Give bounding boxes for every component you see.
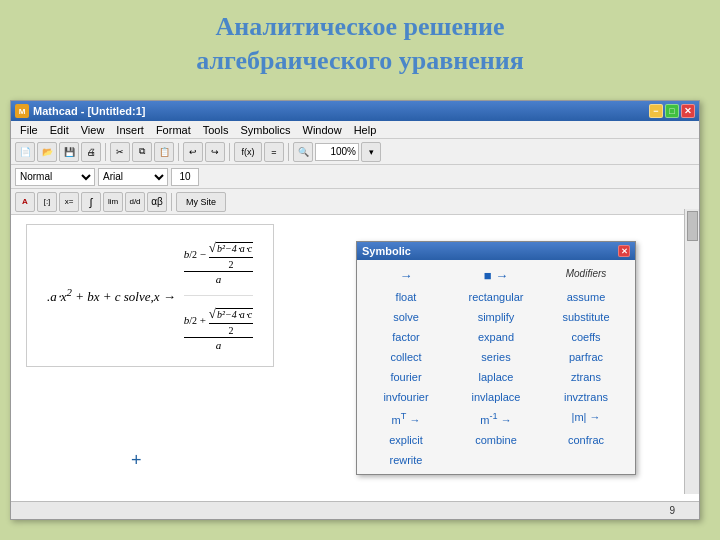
new-button[interactable]: 📄: [15, 142, 35, 162]
fraction-2: b/2 + √b²−4⋅a⋅c 2 a: [184, 306, 253, 351]
app-icon: M: [15, 104, 29, 118]
redo-button[interactable]: ↪: [205, 142, 225, 162]
palette-grid: → ■ → Modifiers float rectangular assume…: [357, 260, 635, 474]
print-button[interactable]: 🖨: [81, 142, 101, 162]
fraction-1-denominator: a: [216, 272, 222, 285]
palette-item-rewrite[interactable]: rewrite: [361, 450, 451, 470]
scrollbar-vertical[interactable]: [684, 209, 699, 494]
palette-item-substitute[interactable]: substitute: [541, 307, 631, 327]
palette-item-arrow2[interactable]: ■ →: [451, 264, 541, 287]
save-button[interactable]: 💾: [59, 142, 79, 162]
sep1: [105, 143, 106, 161]
menu-file[interactable]: File: [15, 123, 43, 137]
palette-item-coeffs[interactable]: coeffs: [541, 327, 631, 347]
math-expression: .a⋅x2 + bx + c solve,x → b/2 − √b²−4⋅a⋅c: [47, 240, 253, 351]
menu-edit[interactable]: Edit: [45, 123, 74, 137]
window-title: Mathcad - [Untitled:1]: [33, 105, 145, 117]
fraction-1-numerator: b/2 − √b²−4⋅a⋅c 2: [184, 240, 253, 272]
close-button[interactable]: ✕: [681, 104, 695, 118]
palette-title: Symbolic: [362, 245, 411, 257]
title-bar: M Mathcad - [Untitled:1] − □ ✕: [11, 101, 699, 121]
palette-item-invfourier[interactable]: invfourier: [361, 387, 451, 407]
palette-close-button[interactable]: ✕: [618, 245, 630, 257]
copy-button[interactable]: ⧉: [132, 142, 152, 162]
equation-region: .a⋅x2 + bx + c solve,x → b/2 − √b²−4⋅a⋅c: [26, 224, 274, 367]
page-number: 9: [669, 505, 675, 516]
palette-item-ztrans[interactable]: ztrans: [541, 367, 631, 387]
fraction-2-denominator: a: [216, 338, 222, 351]
maximize-button[interactable]: □: [665, 104, 679, 118]
palette-item-mt[interactable]: mT →: [361, 407, 451, 430]
palette-item-arrow1[interactable]: →: [361, 264, 451, 287]
symbolic-palette: Symbolic ✕ → ■ → Modifiers float rectang…: [356, 241, 636, 475]
menu-insert[interactable]: Insert: [111, 123, 149, 137]
menu-help[interactable]: Help: [349, 123, 382, 137]
menu-bar: File Edit View Insert Format Tools Symbo…: [11, 121, 699, 139]
paste-button[interactable]: 📋: [154, 142, 174, 162]
undo-button[interactable]: ↩: [183, 142, 203, 162]
plus-button[interactable]: +: [131, 450, 142, 471]
palette-item-expand[interactable]: expand: [451, 327, 541, 347]
cut-button[interactable]: ✂: [110, 142, 130, 162]
palette-item-parfrac[interactable]: parfrac: [541, 347, 631, 367]
equals-button[interactable]: =: [264, 142, 284, 162]
sep5: [171, 193, 172, 211]
zoom-input[interactable]: [315, 143, 359, 161]
fraction-2-numerator: b/2 + √b²−4⋅a⋅c 2: [184, 306, 253, 338]
status-bar: 9: [11, 501, 699, 519]
lhs-label: .a⋅x2 + bx + c solve,x →: [47, 286, 176, 305]
palette-item-invztrans[interactable]: invztrans: [541, 387, 631, 407]
palette-item-assume[interactable]: assume: [541, 287, 631, 307]
palette-item-invlaplace[interactable]: invlaplace: [451, 387, 541, 407]
fx-button[interactable]: f(x): [234, 142, 262, 162]
menu-view[interactable]: View: [76, 123, 110, 137]
palette-item-laplace[interactable]: laplace: [451, 367, 541, 387]
fraction-1: b/2 − √b²−4⋅a⋅c 2 a: [184, 240, 253, 285]
menu-symbolics[interactable]: Symbolics: [235, 123, 295, 137]
palette-item-solve[interactable]: solve: [361, 307, 451, 327]
open-button[interactable]: 📂: [37, 142, 57, 162]
page-title: Аналитическое решение алгебраического ур…: [0, 0, 720, 86]
style-select[interactable]: Normal: [15, 168, 95, 186]
menu-format[interactable]: Format: [151, 123, 196, 137]
zoom-out-button[interactable]: 🔍: [293, 142, 313, 162]
scrollbar-vertical-thumb[interactable]: [687, 211, 698, 241]
palette-item-mdet[interactable]: |m| →: [541, 407, 631, 430]
minimize-button[interactable]: −: [649, 104, 663, 118]
palette-item-rectangular[interactable]: rectangular: [451, 287, 541, 307]
sep2: [178, 143, 179, 161]
result-column: b/2 − √b²−4⋅a⋅c 2 a: [184, 240, 253, 351]
menu-tools[interactable]: Tools: [198, 123, 234, 137]
palette-title-bar: Symbolic ✕: [357, 242, 635, 260]
sep3: [229, 143, 230, 161]
palette-item-series[interactable]: series: [451, 347, 541, 367]
palette-item-minv[interactable]: m-1 →: [451, 407, 541, 430]
palette-item-fourier[interactable]: fourier: [361, 367, 451, 387]
palette-item-simplify[interactable]: simplify: [451, 307, 541, 327]
font-select[interactable]: Arial: [98, 168, 168, 186]
palette-item-factor[interactable]: factor: [361, 327, 451, 347]
zoom-dropdown-button[interactable]: ▾: [361, 142, 381, 162]
palette-item-float[interactable]: float: [361, 287, 451, 307]
palette-item-combine[interactable]: combine: [451, 430, 541, 450]
palette-item-confrac[interactable]: confrac: [541, 430, 631, 450]
font-size-input[interactable]: [171, 168, 199, 186]
sep4: [288, 143, 289, 161]
toolbar: 📄 📂 💾 🖨 ✂ ⧉ 📋 ↩ ↪ f(x) = 🔍 ▾: [11, 139, 699, 165]
mathcad-window: M Mathcad - [Untitled:1] − □ ✕ File Edit…: [10, 100, 700, 520]
palette-item-modifiers[interactable]: Modifiers: [541, 264, 631, 287]
palette-item-collect[interactable]: collect: [361, 347, 451, 367]
palette-item-explicit[interactable]: explicit: [361, 430, 451, 450]
format-bar: Normal Arial: [11, 165, 699, 189]
menu-window[interactable]: Window: [298, 123, 347, 137]
